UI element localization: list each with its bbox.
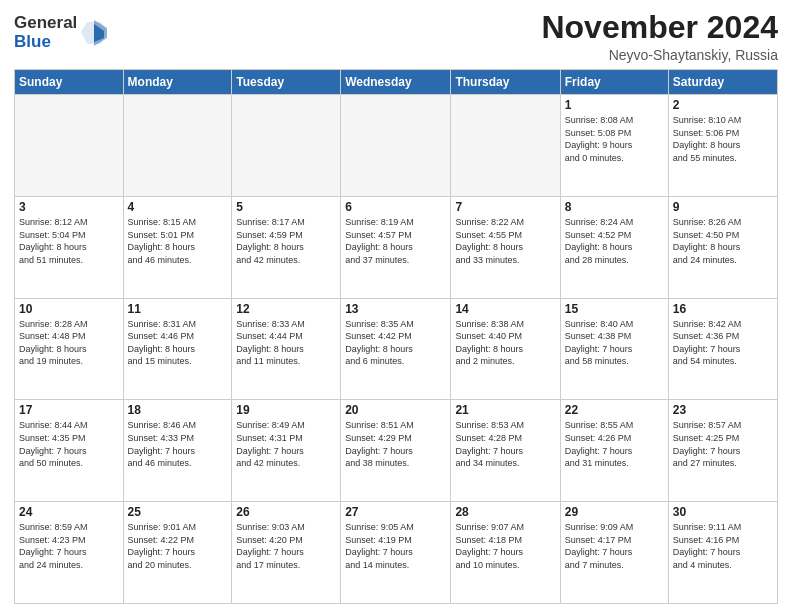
calendar-week-row: 3Sunrise: 8:12 AM Sunset: 5:04 PM Daylig… <box>15 196 778 298</box>
day-info: Sunrise: 8:42 AM Sunset: 4:36 PM Dayligh… <box>673 318 773 368</box>
calendar-cell: 26Sunrise: 9:03 AM Sunset: 4:20 PM Dayli… <box>232 502 341 604</box>
day-info: Sunrise: 8:55 AM Sunset: 4:26 PM Dayligh… <box>565 419 664 469</box>
day-number: 26 <box>236 505 336 519</box>
calendar-cell: 30Sunrise: 9:11 AM Sunset: 4:16 PM Dayli… <box>668 502 777 604</box>
calendar-cell: 4Sunrise: 8:15 AM Sunset: 5:01 PM Daylig… <box>123 196 232 298</box>
day-info: Sunrise: 8:10 AM Sunset: 5:06 PM Dayligh… <box>673 114 773 164</box>
day-number: 17 <box>19 403 119 417</box>
logo: General Blue <box>14 14 109 51</box>
calendar-cell: 28Sunrise: 9:07 AM Sunset: 4:18 PM Dayli… <box>451 502 560 604</box>
logo-general: General <box>14 14 77 33</box>
day-info: Sunrise: 9:01 AM Sunset: 4:22 PM Dayligh… <box>128 521 228 571</box>
calendar-cell: 17Sunrise: 8:44 AM Sunset: 4:35 PM Dayli… <box>15 400 124 502</box>
day-info: Sunrise: 8:22 AM Sunset: 4:55 PM Dayligh… <box>455 216 555 266</box>
day-info: Sunrise: 8:19 AM Sunset: 4:57 PM Dayligh… <box>345 216 446 266</box>
day-number: 27 <box>345 505 446 519</box>
day-number: 30 <box>673 505 773 519</box>
day-info: Sunrise: 8:51 AM Sunset: 4:29 PM Dayligh… <box>345 419 446 469</box>
day-number: 18 <box>128 403 228 417</box>
day-number: 9 <box>673 200 773 214</box>
day-number: 20 <box>345 403 446 417</box>
calendar-week-row: 1Sunrise: 8:08 AM Sunset: 5:08 PM Daylig… <box>15 95 778 197</box>
day-number: 2 <box>673 98 773 112</box>
day-number: 15 <box>565 302 664 316</box>
calendar-cell: 27Sunrise: 9:05 AM Sunset: 4:19 PM Dayli… <box>341 502 451 604</box>
calendar-cell <box>341 95 451 197</box>
day-number: 28 <box>455 505 555 519</box>
calendar-cell: 5Sunrise: 8:17 AM Sunset: 4:59 PM Daylig… <box>232 196 341 298</box>
day-info: Sunrise: 8:31 AM Sunset: 4:46 PM Dayligh… <box>128 318 228 368</box>
weekday-header-row: SundayMondayTuesdayWednesdayThursdayFrid… <box>15 70 778 95</box>
header: General Blue November 2024 Neyvo-Shaytan… <box>14 10 778 63</box>
calendar-cell <box>123 95 232 197</box>
day-info: Sunrise: 8:17 AM Sunset: 4:59 PM Dayligh… <box>236 216 336 266</box>
title-block: November 2024 Neyvo-Shaytanskiy, Russia <box>541 10 778 63</box>
day-number: 7 <box>455 200 555 214</box>
day-info: Sunrise: 8:38 AM Sunset: 4:40 PM Dayligh… <box>455 318 555 368</box>
day-info: Sunrise: 8:33 AM Sunset: 4:44 PM Dayligh… <box>236 318 336 368</box>
calendar-cell: 19Sunrise: 8:49 AM Sunset: 4:31 PM Dayli… <box>232 400 341 502</box>
day-info: Sunrise: 8:24 AM Sunset: 4:52 PM Dayligh… <box>565 216 664 266</box>
day-info: Sunrise: 8:28 AM Sunset: 4:48 PM Dayligh… <box>19 318 119 368</box>
day-info: Sunrise: 9:11 AM Sunset: 4:16 PM Dayligh… <box>673 521 773 571</box>
day-info: Sunrise: 9:07 AM Sunset: 4:18 PM Dayligh… <box>455 521 555 571</box>
day-info: Sunrise: 8:15 AM Sunset: 5:01 PM Dayligh… <box>128 216 228 266</box>
day-number: 19 <box>236 403 336 417</box>
day-number: 8 <box>565 200 664 214</box>
calendar-cell: 22Sunrise: 8:55 AM Sunset: 4:26 PM Dayli… <box>560 400 668 502</box>
calendar-cell: 13Sunrise: 8:35 AM Sunset: 4:42 PM Dayli… <box>341 298 451 400</box>
day-info: Sunrise: 8:57 AM Sunset: 4:25 PM Dayligh… <box>673 419 773 469</box>
calendar-cell: 7Sunrise: 8:22 AM Sunset: 4:55 PM Daylig… <box>451 196 560 298</box>
calendar-cell: 6Sunrise: 8:19 AM Sunset: 4:57 PM Daylig… <box>341 196 451 298</box>
calendar-cell: 12Sunrise: 8:33 AM Sunset: 4:44 PM Dayli… <box>232 298 341 400</box>
calendar-cell: 10Sunrise: 8:28 AM Sunset: 4:48 PM Dayli… <box>15 298 124 400</box>
calendar-cell <box>451 95 560 197</box>
weekday-header: Friday <box>560 70 668 95</box>
day-number: 13 <box>345 302 446 316</box>
day-info: Sunrise: 8:46 AM Sunset: 4:33 PM Dayligh… <box>128 419 228 469</box>
day-number: 21 <box>455 403 555 417</box>
day-info: Sunrise: 8:12 AM Sunset: 5:04 PM Dayligh… <box>19 216 119 266</box>
calendar-cell: 2Sunrise: 8:10 AM Sunset: 5:06 PM Daylig… <box>668 95 777 197</box>
day-number: 3 <box>19 200 119 214</box>
month-title: November 2024 <box>541 10 778 45</box>
day-number: 14 <box>455 302 555 316</box>
day-info: Sunrise: 9:03 AM Sunset: 4:20 PM Dayligh… <box>236 521 336 571</box>
weekday-header: Thursday <box>451 70 560 95</box>
day-number: 12 <box>236 302 336 316</box>
logo-blue: Blue <box>14 33 77 52</box>
calendar-cell: 15Sunrise: 8:40 AM Sunset: 4:38 PM Dayli… <box>560 298 668 400</box>
weekday-header: Tuesday <box>232 70 341 95</box>
weekday-header: Monday <box>123 70 232 95</box>
day-info: Sunrise: 9:05 AM Sunset: 4:19 PM Dayligh… <box>345 521 446 571</box>
day-number: 1 <box>565 98 664 112</box>
day-number: 25 <box>128 505 228 519</box>
day-info: Sunrise: 8:40 AM Sunset: 4:38 PM Dayligh… <box>565 318 664 368</box>
calendar-cell <box>232 95 341 197</box>
calendar-cell: 14Sunrise: 8:38 AM Sunset: 4:40 PM Dayli… <box>451 298 560 400</box>
weekday-header: Wednesday <box>341 70 451 95</box>
day-number: 16 <box>673 302 773 316</box>
calendar-cell: 23Sunrise: 8:57 AM Sunset: 4:25 PM Dayli… <box>668 400 777 502</box>
day-info: Sunrise: 8:49 AM Sunset: 4:31 PM Dayligh… <box>236 419 336 469</box>
day-number: 11 <box>128 302 228 316</box>
day-number: 29 <box>565 505 664 519</box>
day-number: 23 <box>673 403 773 417</box>
logo-icon <box>79 18 109 48</box>
day-info: Sunrise: 8:53 AM Sunset: 4:28 PM Dayligh… <box>455 419 555 469</box>
calendar-cell: 16Sunrise: 8:42 AM Sunset: 4:36 PM Dayli… <box>668 298 777 400</box>
day-info: Sunrise: 9:09 AM Sunset: 4:17 PM Dayligh… <box>565 521 664 571</box>
location: Neyvo-Shaytanskiy, Russia <box>541 47 778 63</box>
weekday-header: Sunday <box>15 70 124 95</box>
calendar-cell: 1Sunrise: 8:08 AM Sunset: 5:08 PM Daylig… <box>560 95 668 197</box>
calendar-cell: 29Sunrise: 9:09 AM Sunset: 4:17 PM Dayli… <box>560 502 668 604</box>
day-number: 4 <box>128 200 228 214</box>
day-info: Sunrise: 8:08 AM Sunset: 5:08 PM Dayligh… <box>565 114 664 164</box>
calendar-cell: 18Sunrise: 8:46 AM Sunset: 4:33 PM Dayli… <box>123 400 232 502</box>
calendar-cell <box>15 95 124 197</box>
calendar-cell: 11Sunrise: 8:31 AM Sunset: 4:46 PM Dayli… <box>123 298 232 400</box>
calendar-cell: 9Sunrise: 8:26 AM Sunset: 4:50 PM Daylig… <box>668 196 777 298</box>
calendar-cell: 24Sunrise: 8:59 AM Sunset: 4:23 PM Dayli… <box>15 502 124 604</box>
day-number: 10 <box>19 302 119 316</box>
calendar-cell: 20Sunrise: 8:51 AM Sunset: 4:29 PM Dayli… <box>341 400 451 502</box>
